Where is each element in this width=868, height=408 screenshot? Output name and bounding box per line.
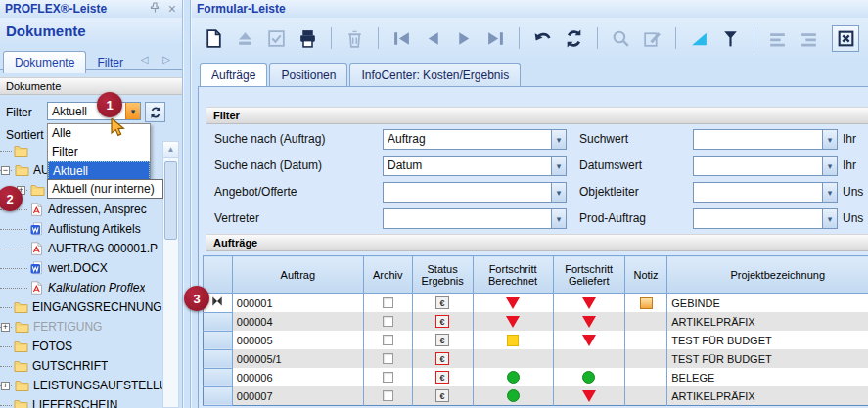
- projektbezeichnung-cell[interactable]: GEBINDE: [667, 294, 868, 313]
- expand-icon[interactable]: +: [1, 382, 10, 390]
- close-form-button[interactable]: [832, 25, 859, 52]
- undo-button[interactable]: [528, 24, 557, 52]
- form-tab-auftr-ge[interactable]: Aufträge: [200, 63, 267, 87]
- status-cell[interactable]: €: [412, 294, 473, 313]
- archiv-checkbox[interactable]: [383, 316, 393, 327]
- search-button[interactable]: [607, 24, 635, 52]
- column-header-row-indicator[interactable]: [204, 256, 233, 294]
- tree-item-wert-docx[interactable]: wert.DOCX: [0, 258, 164, 278]
- checkbox-button[interactable]: [262, 24, 291, 52]
- eject-button[interactable]: [231, 24, 259, 52]
- scroll-up-icon[interactable]: ▲: [163, 142, 178, 158]
- fortschritt-geliefert-cell[interactable]: [553, 368, 624, 386]
- archiv-checkbox[interactable]: [383, 390, 393, 401]
- tree-item-kalkulation-proflex[interactable]: Kalkulation Proflex: [0, 278, 164, 297]
- archiv-checkbox[interactable]: [383, 335, 393, 345]
- tab-scroll-arrows[interactable]: ◁ ▷: [141, 54, 182, 69]
- last-record-button[interactable]: [481, 24, 510, 52]
- close-icon[interactable]: ×: [168, 4, 176, 14]
- dropdown-item-alle[interactable]: Alle: [48, 124, 150, 143]
- fortschritt-geliefert-cell[interactable]: [553, 312, 624, 331]
- notiz-cell[interactable]: [624, 294, 666, 313]
- column-header-projektbezeichnung[interactable]: Projektbezeichnung: [667, 256, 868, 294]
- tree-item-fertigung[interactable]: +FERTIGUNG: [0, 317, 164, 337]
- order-row-000001[interactable]: 000001€GEBINDEKUNDE 1: [204, 294, 868, 313]
- fortschritt-geliefert-cell[interactable]: [553, 294, 624, 313]
- filter-field-combobox-2[interactable]: ▾: [693, 156, 838, 176]
- row-indicator-cell[interactable]: [204, 368, 233, 386]
- projektbezeichnung-cell[interactable]: TEST FÜR BUDGET: [667, 349, 868, 368]
- filter-field-combobox-2[interactable]: ▾: [693, 129, 838, 150]
- dropdown-item-aktuell[interactable]: Aktuell: [48, 161, 150, 180]
- filter-field-combobox[interactable]: Auftrag▾: [383, 129, 567, 150]
- chevron-down-icon[interactable]: ▾: [822, 183, 837, 202]
- form-tab-infocenter-kosten-ergebnis[interactable]: InfoCenter: Kosten/Ergebnis: [349, 63, 521, 86]
- sidebar-tab-dokumente[interactable]: Dokumente: [3, 51, 86, 73]
- filter-field-combobox[interactable]: Datum▾: [383, 156, 567, 176]
- expand-icon[interactable]: +: [1, 323, 10, 332]
- form-tab-positionen[interactable]: Positionen: [269, 63, 347, 86]
- align-lines-right-button[interactable]: [795, 24, 823, 52]
- fortschritt-berechnet-cell[interactable]: [473, 312, 553, 331]
- archiv-cell[interactable]: [363, 368, 412, 386]
- status-cell[interactable]: €: [412, 331, 473, 349]
- auftrag-cell[interactable]: 000005: [232, 331, 363, 349]
- chevron-down-icon[interactable]: ▾: [551, 157, 566, 175]
- tree-item-fotos[interactable]: FOTOS: [0, 337, 164, 356]
- auftrag-cell[interactable]: 000005/1: [232, 349, 363, 368]
- print-button[interactable]: [294, 24, 322, 52]
- filter-field-combobox[interactable]: ▾: [383, 208, 567, 229]
- fortschritt-geliefert-cell[interactable]: [553, 386, 624, 406]
- panel-splitter[interactable]: [182, 0, 192, 408]
- fortschritt-berechnet-cell[interactable]: [473, 294, 553, 313]
- first-record-button[interactable]: [388, 24, 416, 52]
- fortschritt-berechnet-cell[interactable]: [473, 386, 553, 406]
- previous-record-button[interactable]: [419, 24, 447, 52]
- chevron-down-icon[interactable]: ▾: [125, 103, 140, 119]
- projektbezeichnung-cell[interactable]: ARTIKELPRÄFIX: [667, 312, 868, 331]
- row-indicator-cell[interactable]: [204, 386, 233, 406]
- status-cell[interactable]: €: [412, 349, 473, 368]
- collapse-icon[interactable]: −: [1, 166, 10, 175]
- delete-button[interactable]: [341, 24, 369, 52]
- archiv-cell[interactable]: [363, 294, 412, 313]
- tree-item-auftrag-000001-p[interactable]: AUFTRAG 000001.P: [0, 239, 164, 258]
- order-row-000005[interactable]: 000005€TEST FÜR BUDGETBAUSTELLE: [204, 331, 868, 349]
- status-cell[interactable]: €: [412, 386, 473, 406]
- column-header-auftrag[interactable]: Auftrag: [232, 256, 363, 294]
- tree-item-leistungsaufstellu[interactable]: +LEISTUNGSAUFSTELLU: [0, 376, 164, 395]
- tree-scrollbar[interactable]: ▲: [162, 141, 179, 408]
- notiz-cell[interactable]: [624, 368, 666, 386]
- row-indicator-cell[interactable]: [204, 312, 233, 331]
- scrollbar-thumb[interactable]: [164, 161, 177, 240]
- status-cell[interactable]: €: [412, 312, 473, 331]
- archiv-cell[interactable]: [363, 331, 412, 349]
- row-indicator-cell[interactable]: [204, 349, 233, 368]
- fortschritt-berechnet-cell[interactable]: [473, 331, 553, 349]
- notiz-cell[interactable]: [624, 331, 666, 349]
- chevron-down-icon[interactable]: ▾: [551, 209, 566, 228]
- tree-item-adressen-ansprec[interactable]: Adressen, Ansprec: [0, 200, 164, 219]
- filter-funnel-button[interactable]: [716, 24, 745, 52]
- fortschritt-berechnet-cell[interactable]: [473, 349, 553, 368]
- projektbezeichnung-cell[interactable]: ARTIKELPRÄFIX: [667, 386, 868, 406]
- column-header-fortschritt-berechnet[interactable]: Fortschritt Berechnet: [473, 256, 553, 294]
- tree-item-lieferschein[interactable]: LIEFERSCHEIN: [0, 395, 164, 408]
- notiz-cell[interactable]: [624, 349, 666, 368]
- orders-grid[interactable]: AuftragArchivStatus ErgebnisFortschritt …: [203, 255, 868, 406]
- pin-icon[interactable]: [150, 2, 160, 16]
- new-document-button[interactable]: [200, 24, 228, 52]
- order-row-000004[interactable]: 000004€ARTIKELPRÄFIXPROFLEX SYSTEM: [204, 312, 868, 331]
- projektbezeichnung-cell[interactable]: TEST FÜR BUDGET: [667, 331, 868, 349]
- fortschritt-geliefert-cell[interactable]: [553, 349, 624, 368]
- row-indicator-cell[interactable]: [204, 331, 233, 349]
- dropdown-item-aktuell-nur-interne[interactable]: Aktuell (nur interne): [47, 179, 163, 199]
- tree-item-eingangsrechnung[interactable]: EINGANGSRECHNUNG: [0, 297, 164, 317]
- order-row-000005-1[interactable]: 000005/1€TEST FÜR BUDGETKUNDE 1: [204, 349, 868, 368]
- archiv-cell[interactable]: [363, 349, 412, 368]
- archiv-checkbox[interactable]: [383, 297, 393, 308]
- status-cell[interactable]: €: [412, 368, 473, 386]
- chevron-down-icon[interactable]: ▾: [551, 130, 566, 149]
- fortschritt-geliefert-cell[interactable]: [553, 331, 624, 349]
- align-lines-left-button[interactable]: [763, 24, 792, 52]
